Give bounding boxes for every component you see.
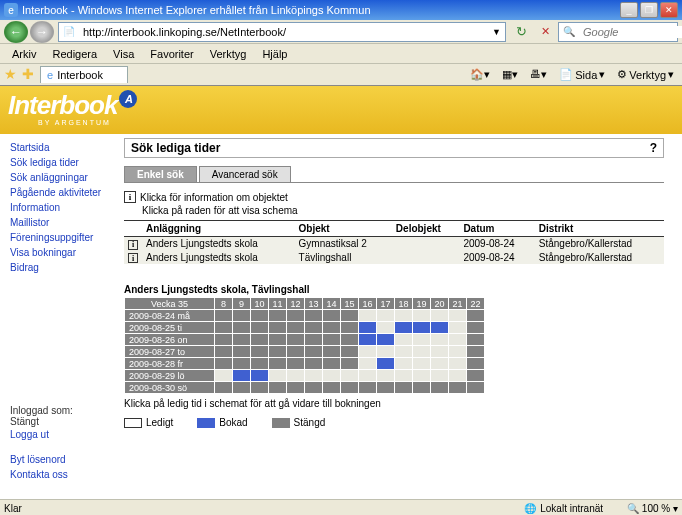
nav-sok-lediga[interactable]: Sök lediga tider [10,155,116,170]
schedule-cell[interactable] [395,310,413,322]
search-box[interactable]: 🔍 [558,22,678,42]
print-button[interactable]: 🖶▾ [526,66,551,83]
schedule-cell[interactable] [377,310,395,322]
forward-button[interactable]: → [30,21,54,43]
tools-menu[interactable]: ⚙Verktyg▾ [613,66,678,83]
schedule-cell[interactable] [377,322,395,334]
nav-startsida[interactable]: Startsida [10,140,116,155]
search-input[interactable] [579,26,682,38]
page-icon: 📄 [59,26,79,37]
schedule-cell[interactable] [431,310,449,322]
hour-header: 11 [269,298,287,310]
schedule-cell[interactable] [287,370,305,382]
schedule-cell[interactable] [431,334,449,346]
tab-simple-search[interactable]: Enkel sök [124,166,197,182]
schedule-cell[interactable] [359,358,377,370]
hour-header: 16 [359,298,377,310]
feeds-button[interactable]: ▦▾ [498,66,522,83]
row-info-icon[interactable]: i [128,240,138,250]
schedule-cell[interactable] [323,370,341,382]
minimize-button[interactable]: _ [620,2,638,18]
schedule-cell[interactable] [413,346,431,358]
schedule-cell[interactable] [449,358,467,370]
schedule-cell[interactable] [413,334,431,346]
schedule-cell[interactable] [377,346,395,358]
schedule-cell[interactable] [215,370,233,382]
row-info-icon[interactable]: i [128,253,138,263]
url-input[interactable] [79,26,488,38]
schedule-cell[interactable] [377,370,395,382]
schedule-cell [377,382,395,394]
schedule-cell [251,370,269,382]
menu-verktyg[interactable]: Verktyg [202,46,255,62]
window-title: Interbook - Windows Internet Explorer er… [22,4,618,16]
dropdown-icon[interactable]: ▼ [488,27,505,37]
schedule-cell[interactable] [449,370,467,382]
page-menu[interactable]: 📄Sida▾ [555,66,609,83]
schedule-cell[interactable] [341,370,359,382]
table-row[interactable]: i Anders Ljungstedts skolaTävlingshall20… [124,251,664,265]
menu-arkiv[interactable]: Arkiv [4,46,44,62]
nav-logout[interactable]: Logga ut [10,427,116,442]
tab-icon: e [47,69,53,81]
menu-redigera[interactable]: Redigera [44,46,105,62]
nav-foreningsuppgifter[interactable]: Föreningsuppgifter [10,230,116,245]
schedule-cell [395,382,413,394]
schedule-cell[interactable] [449,346,467,358]
schedule-cell[interactable] [395,370,413,382]
schedule-cell[interactable] [305,370,323,382]
schedule-cell[interactable] [449,310,467,322]
favorites-star-icon[interactable]: ★ [4,66,22,84]
nav-maillistor[interactable]: Maillistor [10,215,116,230]
schedule-cell [269,334,287,346]
menu-visa[interactable]: Visa [105,46,142,62]
zoom-level[interactable]: 🔍 100 % ▾ [627,503,678,514]
schedule-cell[interactable] [431,346,449,358]
nav-visa-bokningar[interactable]: Visa bokningar [10,245,116,260]
schedule-cell[interactable] [431,370,449,382]
maximize-button[interactable]: ❐ [640,2,658,18]
schedule-cell [413,322,431,334]
nav-change-password[interactable]: Byt lösenord [10,452,116,467]
schedule-cell[interactable] [413,310,431,322]
nav-information[interactable]: Information [10,200,116,215]
nav-bidrag[interactable]: Bidrag [10,260,116,275]
nav-contact[interactable]: Kontakta oss [10,467,116,482]
schedule-cell[interactable] [431,358,449,370]
schedule-cell[interactable] [269,370,287,382]
tab-advanced-search[interactable]: Avancerad sök [199,166,291,182]
schedule-cell [467,382,485,394]
schedule-cell[interactable] [359,346,377,358]
legend-free-swatch [124,418,142,428]
schedule-cell[interactable] [449,334,467,346]
close-button[interactable]: ✕ [660,2,678,18]
schedule-cell [431,382,449,394]
schedule-cell[interactable] [395,358,413,370]
address-bar[interactable]: 📄 ▼ [58,22,506,42]
schedule-cell [305,310,323,322]
schedule-cell[interactable] [395,334,413,346]
refresh-button[interactable]: ↻ [510,22,532,42]
schedule-cell[interactable] [359,370,377,382]
back-button[interactable]: ← [4,21,28,43]
home-button[interactable]: 🏠▾ [466,66,494,83]
schedule-cell[interactable] [413,370,431,382]
nav-pagaende[interactable]: Pågående aktiviteter [10,185,116,200]
stop-button[interactable]: ✕ [534,22,556,42]
menu-hjalp[interactable]: Hjälp [254,46,295,62]
search-tabs: Enkel sök Avancerad sök [124,166,664,183]
schedule-cell[interactable] [413,358,431,370]
col-datum: Datum [459,221,534,237]
table-row[interactable]: i Anders Ljungstedts skolaGymnastiksal 2… [124,237,664,251]
browser-tab[interactable]: e Interbook [40,66,128,83]
schedule-cell[interactable] [359,310,377,322]
schedule-cell[interactable] [449,322,467,334]
schedule-cell[interactable] [395,346,413,358]
menu-favoriter[interactable]: Favoriter [142,46,201,62]
schedule-cell [341,310,359,322]
nav-sok-anlaggningar[interactable]: Sök anläggningar [10,170,116,185]
favorites-add-icon[interactable]: ✚ [22,66,40,84]
week-label: Vecka 35 [125,298,215,310]
help-button[interactable]: ? [650,141,657,155]
day-label: 2009-08-24 må [125,310,215,322]
